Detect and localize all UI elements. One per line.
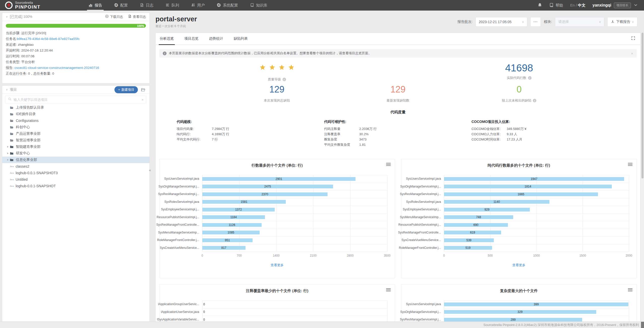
gear-icon (114, 3, 118, 8)
tree-item[interactable]: 研发中心 (2, 150, 149, 157)
tree-item[interactable]: Javaclasses2 (2, 163, 149, 170)
bar-value-label: 0 (203, 310, 205, 314)
tree-item[interactable]: Javaloghub-0.0.1-SNAPSHOT (2, 183, 149, 189)
info-icon[interactable]: i (528, 76, 532, 80)
java-icon: Java (10, 178, 14, 181)
close-icon[interactable]: × (141, 98, 144, 102)
chart-category-label: SysResManageFrontControlle... (401, 229, 444, 237)
axis-tick-label: 2800 (347, 254, 354, 257)
help-button[interactable]: 帮助 (549, 3, 563, 8)
task-link[interactable]: b9fea179-436d-4c58-88e6-87e827aa55fc (17, 37, 79, 41)
hamburger-icon[interactable] (628, 163, 632, 167)
chart-category-label: ISysApplicationVariableServic... (159, 316, 202, 322)
chart-title: 纯代码行数最多的十个文件 (单位: 行) (401, 163, 636, 168)
caret-right-icon[interactable] (7, 146, 9, 148)
nav-item-config[interactable]: 配置 (108, 0, 134, 11)
chevron-down-icon[interactable]: ∨ (6, 88, 8, 91)
tab-3[interactable]: 趋势统计 (209, 33, 223, 44)
chevron-down-icon[interactable]: ∨ (6, 15, 8, 18)
stat-value: 0 (516, 84, 521, 95)
nav-item-system-config[interactable]: 系统配置 (211, 0, 244, 11)
language-switch[interactable]: En / 中文 (570, 3, 585, 8)
caret-right-icon[interactable] (7, 152, 9, 155)
brand-logo[interactable]: Sourcebrella PINPOINT (0, 1, 75, 9)
report-header: portal-server 最近一次分析 6 个月前 报告批次: 2023-12… (155, 13, 637, 31)
download-report-button[interactable]: 下载报告 ∨ (607, 17, 637, 27)
stats-row-2: 129本次发现的总缺陷129最新发现缺陷数0较上次未检出的缺陷i (216, 84, 580, 103)
tab-1[interactable]: 分析总览 (160, 33, 174, 44)
metric-row: 平均文件代码行:7 行 (177, 137, 324, 142)
info-icon[interactable]: i (283, 78, 286, 81)
see-more-link[interactable]: 查看更多 (401, 263, 636, 267)
chart-category-label: SysCreateVueMenuService... (401, 236, 444, 244)
tab-4[interactable]: 缺陷列表 (234, 33, 248, 44)
tree-item[interactable]: Configurations (2, 117, 149, 124)
sidebar-collapse-handle[interactable]: « (148, 165, 152, 174)
hamburger-icon[interactable] (628, 288, 632, 292)
nav-item-report[interactable]: 报告 (83, 0, 108, 11)
tree-item-label: 智能建造事业部 (16, 145, 41, 149)
tree-item[interactable]: IDE插件目录 (2, 111, 149, 117)
task-link[interactable]: cscec81-cloud-service-constructmanagemen… (15, 66, 99, 70)
nav-item-knowledge-base[interactable]: 知识库 (244, 0, 273, 11)
bell-icon[interactable] (538, 3, 542, 8)
metric-row: 纯代码行:4.1698万 行 (177, 131, 324, 137)
tree-item[interactable]: Javaloghub-0.0.1-SNAPSHOT3 (2, 170, 149, 176)
chart-plot-area: 1947181416651140929748690619539519 (444, 175, 629, 252)
metric-value: 7 行 (212, 137, 218, 142)
module-select[interactable]: 请选择 ∨ (555, 17, 604, 27)
chart-category-label: IApplicationGroupUserServic... (159, 300, 202, 308)
metric-group-heading: COCOMO项目投入估算: (471, 120, 619, 124)
see-more-link[interactable]: 查看更多 (159, 263, 395, 267)
tree-item[interactable]: JavaUntitled (2, 176, 149, 183)
chevron-down-icon: ∨ (522, 20, 524, 24)
chart-plot-area: 399329299 (444, 300, 629, 322)
chart-category-label: SysUsersServiceImpl.java (159, 175, 202, 183)
page-title: portal-server (155, 15, 197, 23)
scrollbar-thumb[interactable] (641, 33, 643, 178)
folder-icon (10, 152, 14, 155)
gridline (387, 175, 387, 252)
metrics-groups: 代码规模:项目代码量:7.2984万 行纯代码行:4.1698万 行平均文件代码… (177, 120, 619, 147)
caret-right-icon[interactable] (7, 159, 9, 161)
info-icon[interactable]: i (533, 99, 536, 102)
chart-category-label: SysRolesServiceImpl.java (401, 198, 444, 206)
tree-item[interactable]: 智能建造事业部 (2, 144, 149, 150)
view-log-button[interactable]: 查看日志 (128, 15, 146, 19)
task-status-header: [已完成] 100% (10, 15, 32, 19)
chart-plot: SysUsersServiceImpl.javaSysOrgManageServ… (401, 300, 636, 322)
bar-value-label: 0 (203, 303, 205, 306)
charts-grid: 行数最多的十个文件 (单位: 行)SysUsersServiceImpl.jav… (159, 159, 637, 322)
tree-item[interactable]: 产品运营事业部 (2, 130, 149, 137)
tree-item-label: Configurations (16, 119, 38, 123)
more-batches-button[interactable]: ··· (530, 17, 541, 27)
tab-2[interactable]: 项目总览 (184, 33, 198, 44)
tree-item[interactable]: 信息化事业部 (2, 157, 149, 163)
tree-item-label: IDE插件目录 (16, 112, 36, 116)
batch-select[interactable]: 2023-12-21 17:05:05 ∨ (475, 17, 527, 27)
chart-plot-area: 000 (202, 300, 387, 322)
folder-open-icon[interactable] (141, 87, 146, 92)
nav-item-users[interactable]: 用户 (185, 0, 211, 11)
tree-item[interactable]: 上传报告默认目录 (2, 104, 149, 111)
document-icon (128, 15, 132, 19)
task-info-line: 运行时间: 00:07:06 (6, 53, 146, 59)
project-search-input[interactable] (14, 98, 139, 102)
task-status-panel: ∨ [已完成] 100% 下载日志 查看日志 100% 当前步骤: 运行完毕 [… (2, 13, 150, 83)
scrollbar-corner (641, 322, 644, 328)
folder-open-icon (10, 125, 14, 129)
user-menu[interactable]: yanxingqi 项目组长 (592, 3, 638, 8)
new-project-button[interactable]: +新建项目 (114, 86, 138, 93)
main-scrollbar[interactable] (641, 33, 644, 322)
chart-category-label: IApplicationUserService.java (159, 308, 202, 316)
fullscreen-icon[interactable] (631, 36, 636, 41)
hamburger-icon[interactable] (386, 288, 391, 292)
chevron-down-icon (633, 3, 638, 8)
download-log-button[interactable]: 下载日志 (105, 15, 123, 19)
nav-item-logs[interactable]: 日志 (134, 0, 159, 11)
hamburger-icon[interactable] (386, 163, 391, 167)
close-icon[interactable]: × (631, 51, 633, 56)
nav-item-queue[interactable]: 队列 (159, 0, 185, 11)
tree-item[interactable]: 智慧运维事业部 (2, 137, 149, 144)
tree-item[interactable]: 科创中心 (2, 124, 149, 130)
